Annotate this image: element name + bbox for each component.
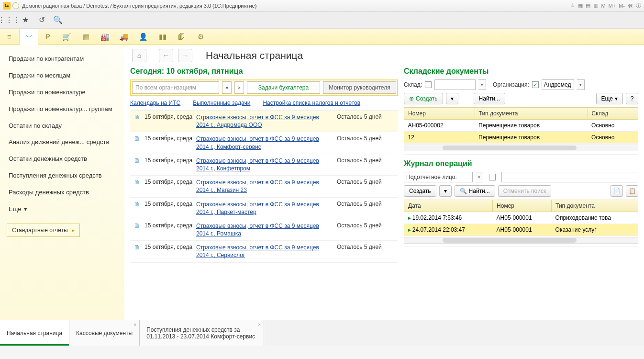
warehouse-find-button[interactable]: Найти... [474,93,505,104]
task-link[interactable]: Страховые взносы, отчет в ФСС за 9 месяц… [196,135,337,150]
sidebar-item-8[interactable]: Расходы денежных средств [7,184,118,201]
org-select[interactable]: По всем организациям [132,81,219,94]
organization-input[interactable] [542,79,574,90]
warehouse-create-button[interactable]: ⊕Создать [404,93,443,104]
organization-checkbox[interactable] [532,81,539,88]
table-row[interactable]: 12Перемещение товаровОсновно [404,132,638,144]
section-factory-icon[interactable]: 🏭 [96,29,115,45]
task-link[interactable]: Страховые взносы, отчет в ФСС за 9 месяц… [196,222,337,237]
task-link[interactable]: Страховые взносы, отчет в ФСС за 9 месяц… [196,179,337,194]
section-person-icon[interactable]: 👤 [134,29,153,45]
sidebar-item-2[interactable]: Продажи по номенклатуре [7,84,118,101]
section-cart-icon[interactable]: 🛒 [57,29,77,45]
section-chart-icon[interactable]: 〰 [19,29,38,45]
journal-create-button[interactable]: Создать [404,185,436,197]
sidebar-item-5[interactable]: Анализ движений денеж... средств [7,134,118,151]
warehouse-input[interactable] [434,79,476,90]
close-icon[interactable]: × [133,322,136,327]
sidebar-item-6[interactable]: Остатки денежных средств [7,151,118,168]
col-number[interactable]: Номер [404,108,475,120]
memory-mminus[interactable]: M- [619,3,625,9]
org-dropdown-icon[interactable]: ▾ [222,81,232,94]
close-icon[interactable]: × [258,322,261,327]
task-date: 15 октября, среда [144,113,196,129]
journal-create-dd[interactable]: ▾ [439,185,452,197]
link-calendar-its[interactable]: Календарь на ИТС [130,100,180,106]
task-link[interactable]: Страховые взносы, отчет в ФСС за 9 месяц… [196,113,337,129]
task-link[interactable]: Страховые взносы, отчет в ФСС за 9 месяц… [196,157,337,172]
warehouse-dd-icon[interactable]: ▾ [478,79,486,90]
col-warehouse[interactable]: Склад [588,108,638,120]
table-row[interactable]: АН05-000002Перемещение товаровОсновно [404,120,638,132]
info-icon[interactable]: ⓘ [636,2,641,9]
section-docs-icon[interactable]: 🗐 [172,29,191,45]
sidebar-more[interactable]: Еще▾ [7,201,118,217]
section-grid-icon[interactable]: ▦ [77,29,96,45]
calculator-icon[interactable]: ▥ [593,2,598,9]
sidebar-item-3[interactable]: Продажи по номенклатур... группам [7,101,118,118]
back-button[interactable]: ← [159,49,173,62]
link-tax-settings[interactable]: Настройка списка налогов и отчетов [263,100,360,106]
tab-manager-monitor[interactable]: Монитор руководителя [323,81,396,94]
calendar-icon[interactable]: ▤ [586,2,590,9]
task-link[interactable]: Страховые взносы, отчет в ФСС за 9 месяц… [196,244,337,259]
task-row[interactable]: 🗎15 октября, средаСтраховые взносы, отче… [130,241,398,262]
journal-action2-icon[interactable]: 📋 [626,185,638,197]
organization-dd-icon[interactable]: ▾ [577,79,585,90]
col-doctype[interactable]: Тип документа [475,108,588,120]
warehouse-hscroll[interactable] [404,145,638,151]
warehouse-create-dd[interactable]: ▾ [446,93,458,104]
history-icon[interactable]: ↺ [37,16,46,24]
task-row[interactable]: 🗎15 октября, средаСтраховые взносы, отче… [130,154,398,176]
sidebar-item-0[interactable]: Продажи по контрагентам [7,51,118,67]
section-menu-icon[interactable]: ≡ [0,29,19,45]
journal-cancel-search-button[interactable]: Отменить поиск [498,185,551,197]
table-row[interactable]: ▸ 24.07.2014 22:03:47АН05-000001Оказание… [404,224,638,236]
bottom-tab-1[interactable]: Кассовые документы× [69,320,140,346]
warehouse-checkbox[interactable] [425,81,432,88]
task-remaining: Осталось 5 дней [337,222,394,237]
col-jdoctype[interactable]: Тип документа [552,200,638,212]
nav-back-icon[interactable]: ← [12,2,19,9]
section-truck-icon[interactable]: 🚚 [115,29,134,45]
journal-person-checkbox[interactable] [489,174,496,180]
tool-icon-1[interactable]: ▦ [578,2,583,9]
home-button[interactable]: ⌂ [132,49,146,62]
journal-hscroll[interactable] [404,237,638,244]
favorite-star-icon[interactable]: ★ [21,16,30,24]
warehouse-more-button[interactable]: Еще ▾ [596,93,623,104]
section-bars-icon[interactable]: ▮▮ [153,29,172,45]
warehouse-help-button[interactable]: ? [626,93,638,104]
task-row[interactable]: 🗎15 октября, средаСтраховые взносы, отче… [130,198,398,219]
journal-find-button[interactable]: 🔍Найти... [455,185,495,197]
col-date[interactable]: Дата [404,200,493,212]
task-link[interactable]: Страховые взносы, отчет в ФСС за 9 месяц… [196,201,337,216]
bottom-tab-0[interactable]: Начальная страница [0,320,69,346]
standard-reports-button[interactable]: Стандартные отчеты▸ [7,224,80,237]
star-icon[interactable]: ☆ [570,2,575,9]
memory-mplus[interactable]: M+ [609,3,616,9]
journal-person-dd[interactable]: ▾ [476,172,483,182]
section-gear-icon[interactable]: ⚙ [191,29,211,45]
search-icon[interactable]: 🔍 [54,16,62,24]
col-jnumber[interactable]: Номер [493,200,552,212]
bottom-tab-2[interactable]: Поступления денежных средств за 01.11.20… [140,320,264,346]
task-row[interactable]: 🗎15 октября, средаСтраховые взносы, отче… [130,111,398,132]
apps-grid-icon[interactable]: ⋮⋮⋮ [5,16,13,24]
journal-action1-icon[interactable]: 📄 [611,185,623,197]
tab-accountant-tasks[interactable]: Задачи бухгалтера [247,81,320,94]
table-row[interactable]: ▸ 19.02.2014 7:53:46АН05-000001Оприходов… [404,212,638,224]
journal-person-input[interactable] [501,172,638,182]
task-row[interactable]: 🗎15 октября, средаСтраховые взносы, отче… [130,132,398,154]
task-row[interactable]: 🗎15 октября, средаСтраховые взносы, отче… [130,219,398,241]
sidebar-item-7[interactable]: Поступления денежных средств [7,168,118,184]
sidebar-item-4[interactable]: Остатки по складу [7,118,118,135]
sidebar-item-1[interactable]: Продажи по месяцам [7,67,118,84]
wrench-icon[interactable]: 🛠 [628,3,633,9]
task-row[interactable]: 🗎15 октября, средаСтраховые взносы, отче… [130,176,398,197]
memory-m[interactable]: M [601,3,605,9]
link-completed-tasks[interactable]: Выполненные задачи [193,100,250,106]
org-clear-button[interactable]: × [234,81,244,94]
section-money-icon[interactable]: ₽ [38,29,57,45]
forward-button[interactable]: → [178,49,192,62]
